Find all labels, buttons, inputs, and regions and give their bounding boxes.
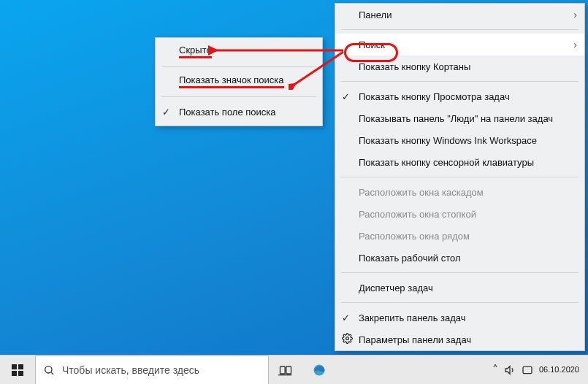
menu-item-lock-taskbar[interactable]: ✓ Закрепить панель задач	[335, 307, 584, 329]
menu-item-task-manager[interactable]: Диспетчер задач	[335, 277, 584, 299]
edge-button[interactable]	[302, 356, 336, 385]
svg-point-3	[45, 366, 52, 372]
menu-label: Расположить окна рядом	[359, 231, 470, 242]
menu-label: Расположить окна каскадом	[359, 187, 484, 198]
menu-label: Параметры панели задач	[359, 334, 471, 345]
menu-label: Показывать панель "Люди" на панели задач	[359, 113, 553, 124]
separator	[341, 177, 579, 177]
system-tray: ˄ 06.10.2020	[486, 356, 588, 385]
svg-line-4	[51, 372, 53, 375]
tray-chevron-icon[interactable]: ˄	[492, 363, 498, 377]
volume-icon[interactable]	[504, 364, 516, 376]
menu-label: Показать кнопку сенсорной клавиатуры	[359, 157, 534, 168]
menu-item-show-desktop[interactable]: Показать рабочий стол	[335, 247, 584, 269]
svg-rect-5	[280, 366, 286, 374]
menu-item-stack: Расположить окна стопкой	[335, 203, 584, 225]
menu-item-show-taskview[interactable]: ✓ Показать кнопку Просмотра задач	[335, 85, 584, 107]
language-icon[interactable]	[522, 364, 533, 376]
menu-item-cascade: Расположить окна каскадом	[335, 181, 584, 203]
menu-item-show-people[interactable]: Показывать панель "Люди" на панели задач	[335, 107, 584, 129]
separator	[161, 66, 316, 67]
search-icon	[43, 364, 55, 376]
taskbar-pinned	[269, 356, 336, 385]
clock[interactable]: 06.10.2020	[539, 365, 582, 375]
menu-label: Показать кнопку Windows Ink Workspace	[359, 135, 537, 146]
svg-rect-6	[286, 366, 291, 374]
svg-point-0	[346, 337, 349, 340]
submenu-label: Показать поле поиска	[179, 107, 276, 118]
gear-icon	[342, 333, 353, 346]
submenu-item-show-search-icon[interactable]: Показать значок поиска	[156, 71, 322, 93]
menu-item-show-touchkb[interactable]: Показать кнопку сенсорной клавиатуры	[335, 151, 584, 173]
windows-logo-icon	[12, 364, 23, 376]
taskbar-search-box[interactable]	[35, 356, 269, 385]
check-icon: ✓	[342, 312, 350, 323]
task-view-icon	[278, 363, 293, 377]
search-input[interactable]	[62, 364, 261, 376]
task-view-button[interactable]	[269, 356, 302, 385]
check-icon: ✓	[342, 91, 350, 102]
menu-label: Показать рабочий стол	[359, 253, 460, 264]
chevron-right-icon: ›	[573, 39, 577, 50]
taskbar-context-menu: Панели › Поиск › Показать кнопку Кортаны…	[335, 3, 585, 351]
start-button[interactable]	[0, 356, 35, 385]
desktop: Скрыто Показать значок поиска ✓ Показать…	[0, 0, 588, 384]
menu-label: Показать кнопку Кортаны	[359, 61, 470, 72]
menu-label: Закрепить панель задач	[359, 312, 466, 323]
menu-item-panels[interactable]: Панели ›	[335, 4, 584, 26]
check-icon: ✓	[162, 107, 170, 118]
edge-icon	[312, 363, 327, 377]
menu-label: Показать кнопку Просмотра задач	[359, 91, 510, 102]
submenu-item-show-search-box[interactable]: ✓ Показать поле поиска	[156, 101, 322, 123]
menu-item-sidebyside: Расположить окна рядом	[335, 225, 584, 247]
menu-item-search[interactable]: Поиск ›	[335, 34, 584, 55]
separator	[161, 96, 316, 97]
separator	[341, 81, 579, 82]
clock-date: 06.10.2020	[539, 365, 579, 375]
submenu-item-hidden[interactable]: Скрыто	[156, 41, 322, 63]
svg-marker-9	[505, 366, 510, 374]
submenu-label: Скрыто	[179, 45, 212, 58]
separator	[341, 272, 579, 273]
taskbar: ˄ 06.10.2020	[0, 355, 588, 384]
menu-item-show-cortana[interactable]: Показать кнопку Кортаны	[335, 55, 584, 77]
menu-label: Расположить окна стопкой	[359, 209, 476, 220]
menu-label: Поиск	[359, 39, 385, 50]
chevron-right-icon: ›	[573, 9, 577, 20]
separator	[341, 302, 579, 303]
menu-item-show-ink[interactable]: Показать кнопку Windows Ink Workspace	[335, 129, 584, 151]
menu-label: Диспетчер задач	[359, 283, 433, 293]
search-submenu: Скрыто Показать значок поиска ✓ Показать…	[155, 37, 323, 126]
menu-label: Панели	[359, 9, 392, 20]
svg-rect-10	[523, 366, 532, 373]
separator	[341, 29, 579, 30]
submenu-label: Показать значок поиска	[179, 75, 284, 88]
menu-item-taskbar-settings[interactable]: Параметры панели задач	[335, 329, 584, 350]
